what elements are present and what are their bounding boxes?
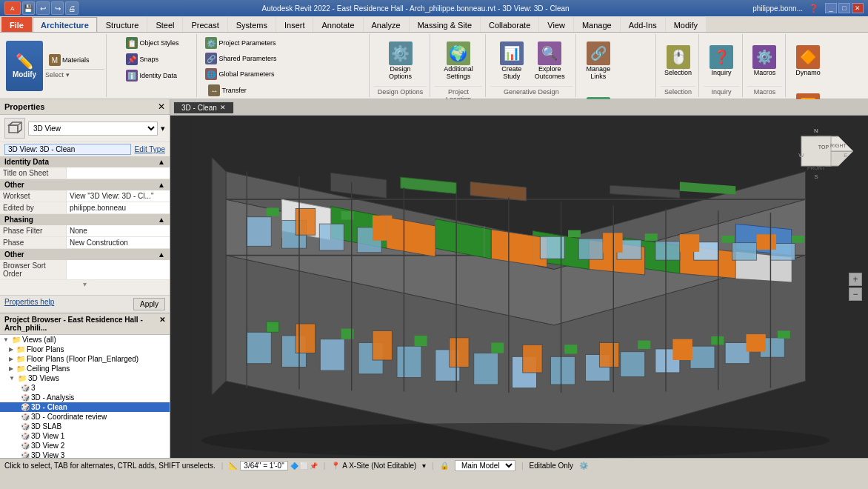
explore-outcomes-button[interactable]: 🔍 ExploreOutcomes (531, 36, 569, 86)
svg-text:FRONT: FRONT (807, 165, 826, 170)
browser-item-3d-clean[interactable]: 🎲 3D - Clean (0, 402, 170, 412)
tab-architecture[interactable]: Architecture (33, 17, 97, 32)
qa-redo[interactable]: ↪ (51, 1, 64, 15)
close-btn[interactable]: ✕ (852, 3, 864, 13)
browser-item-floor-plans-enlarged[interactable]: ▶ 📁 Floor Plans (Floor Plan_Enlarged) (0, 354, 170, 364)
browser-item-ceiling-plans[interactable]: ▶ 📁 Ceiling Plans (0, 364, 170, 373)
status-icon-1[interactable]: 🔷 (290, 462, 298, 470)
prop-value-browser-sort[interactable] (67, 260, 170, 279)
label-3d-coord: 3D - Coordinate review (31, 413, 107, 421)
browser-item-3d-slab[interactable]: 🎲 3D SLAB (0, 422, 170, 431)
selection-button[interactable]: 🖱️ Selection (661, 36, 696, 86)
tab-manage[interactable]: Manage (574, 17, 620, 32)
zoom-in-btn[interactable]: + (849, 273, 862, 286)
viewcube[interactable]: FRONT RIGHT TOP N S E W (798, 122, 857, 181)
qa-save[interactable]: 💾 (22, 1, 36, 15)
project-params-button[interactable]: ⚙️ Project Parameters (201, 36, 280, 50)
label-3d-clean: 3D - Clean (31, 403, 67, 411)
tab-annotate[interactable]: Annotate (313, 17, 362, 32)
transfer-button[interactable]: ↔️ Transfer (204, 83, 287, 98)
global-params-button[interactable]: 🌐 Global Parameters (201, 67, 280, 82)
prop-section-other1[interactable]: Other ▲ (0, 179, 170, 190)
status-settings-icon[interactable]: ⚙️ (579, 462, 588, 470)
browser-content[interactable]: ▼ 📁 Views (all) ▶ 📁 Floor Plans ▶ 📁 Floo… (0, 335, 170, 458)
object-styles-button[interactable]: 📋 Object Styles (122, 36, 182, 50)
manage-links-button[interactable]: 🔗 ManageLinks (581, 36, 616, 86)
tab-view[interactable]: View (539, 17, 573, 32)
modify-button[interactable]: ✏️ Modify (6, 41, 43, 91)
site-icon: 📍 (331, 462, 340, 470)
prop-value-workset[interactable]: View "3D View: 3D - Cl..." (67, 190, 170, 202)
additional-settings-button[interactable]: 🌍 AdditionalSettings (440, 36, 477, 86)
svg-rect-24 (690, 346, 715, 368)
help-btn[interactable]: ❓ (809, 4, 819, 13)
tab-precast[interactable]: Precast (183, 17, 227, 32)
tab-steel[interactable]: Steel (147, 17, 182, 32)
tab-massing[interactable]: Massing & Site (410, 17, 480, 32)
browser-close[interactable]: ✕ (159, 316, 165, 332)
tab-systems[interactable]: Systems (228, 17, 276, 32)
app-menu[interactable]: A (4, 1, 21, 15)
dynamo-button[interactable]: 🔶 Dynamo (790, 36, 826, 86)
prop-value-phase-filter[interactable]: None (67, 225, 170, 236)
qa-undo[interactable]: ↩ (36, 1, 50, 15)
prop-section-phasing[interactable]: Phasing ▲ (0, 214, 170, 225)
status-model-dropdown[interactable]: Main Model (455, 460, 515, 471)
properties-help-link[interactable]: Properties help (4, 298, 54, 310)
prop-type-dropdown[interactable]: 3D View (28, 122, 158, 136)
browser-item-3d-views[interactable]: ▼ 📁 3D Views (0, 373, 170, 383)
vp-tab-close[interactable]: ✕ (220, 104, 226, 111)
prop-more-btn[interactable]: ▾ (0, 280, 170, 288)
inquiry-button[interactable]: ❓ Inquiry (704, 36, 739, 86)
browser-item-views-all[interactable]: ▼ 📁 Views (all) (0, 335, 170, 345)
tab-file[interactable]: File (1, 17, 32, 32)
browser-item-3d-coord[interactable]: 🎲 3D - Coordinate review (0, 412, 170, 422)
prop-section-identity[interactable]: Identity Data ▲ (0, 156, 170, 167)
ribbon-group-select: ✏️ Modify M Materials Select ▾ (3, 34, 107, 97)
tab-modify[interactable]: Modify (666, 17, 706, 32)
browser-item-3d-view-1[interactable]: 🎲 3D View 1 (0, 431, 170, 441)
browser-item-3d-analysis[interactable]: 🎲 3D - Analysis (0, 393, 170, 402)
tab-insert[interactable]: Insert (276, 17, 313, 32)
qa-print[interactable]: 🖨 (65, 1, 79, 15)
status-icon-2[interactable]: ⬜ (300, 462, 308, 470)
status-site: 📍 A X-Site (Not Editable) (331, 462, 416, 470)
apply-button[interactable]: Apply (133, 298, 165, 310)
browser-item-floor-plans[interactable]: ▶ 📁 Floor Plans (0, 345, 170, 354)
properties-close[interactable]: ✕ (158, 102, 165, 112)
zoom-out-btn[interactable]: − (849, 287, 862, 301)
viewport-canvas[interactable]: FRONT RIGHT TOP N S E W + − (170, 116, 868, 458)
design-options-button[interactable]: ⚙️ DesignOptions (383, 36, 418, 86)
shared-params-button[interactable]: 🔗 Shared Parameters (201, 51, 280, 66)
tab-structure[interactable]: Structure (98, 17, 147, 32)
select-label[interactable]: Select ▾ (45, 69, 104, 79)
edit-type-link[interactable]: Edit Type (134, 145, 165, 153)
prop-value-phase[interactable]: New Construction (67, 237, 170, 248)
browser-item-3d[interactable]: 🎲 3 (0, 383, 170, 393)
label-ceiling-plans: Ceiling Plans (27, 365, 70, 373)
prop-view-input[interactable] (4, 144, 131, 155)
viewport-tab-3d-clean[interactable]: 3D - Clean ✕ (173, 102, 234, 113)
prop-section-other2[interactable]: Other ▲ (0, 249, 170, 260)
macros-button[interactable]: ⚙️ Macros (747, 36, 782, 86)
project-info-button[interactable]: ℹ️ Identity Data (122, 68, 181, 83)
materials-button[interactable]: M Materials (45, 53, 104, 67)
properties-panel: Properties ✕ 3D View ▾ (0, 99, 170, 313)
svg-rect-61 (655, 242, 680, 260)
window-controls[interactable]: _ □ ✕ (825, 3, 864, 13)
browser-item-3d-view-3[interactable]: 🎲 3D View 3 (0, 450, 170, 458)
svg-rect-20 (550, 356, 575, 385)
tab-collaborate[interactable]: Collaborate (481, 17, 538, 32)
icon-3d-slab: 🎲 (21, 422, 30, 430)
materials-icon: M (49, 54, 61, 66)
minimize-btn[interactable]: _ (825, 3, 837, 13)
tab-addins[interactable]: Add-Ins (621, 17, 665, 32)
browser-item-3d-view-2[interactable]: 🎲 3D View 2 (0, 441, 170, 450)
prop-value-title-on-sheet[interactable] (67, 167, 170, 179)
snaps-button[interactable]: 📌 Snaps (122, 52, 181, 67)
create-study-button[interactable]: 📊 CreateStudy (494, 36, 530, 86)
status-icon-3[interactable]: 📌 (310, 462, 318, 470)
status-dropdown-site[interactable]: ▾ (422, 462, 426, 470)
maximize-btn[interactable]: □ (838, 3, 850, 13)
tab-analyze[interactable]: Analyze (364, 17, 409, 32)
